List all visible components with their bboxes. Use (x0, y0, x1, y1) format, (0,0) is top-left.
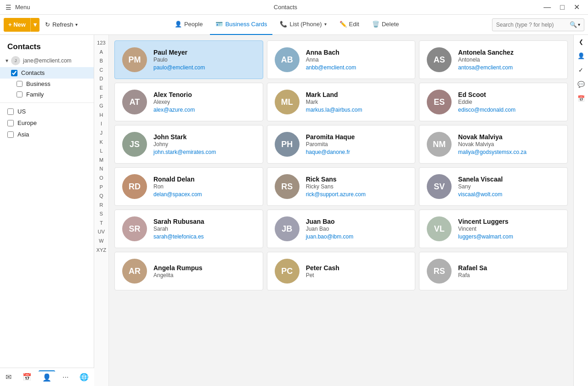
alpha-123[interactable]: 123 (97, 39, 105, 48)
contact-avatar: AB (275, 47, 300, 72)
alpha-K[interactable]: K (100, 138, 103, 147)
alpha-O[interactable]: O (99, 174, 103, 183)
nav-mail-button[interactable]: ✉ (2, 371, 15, 383)
tab-delete[interactable]: 🗑️ Delete (367, 15, 405, 35)
refresh-icon: ↻ (45, 21, 50, 28)
contact-card[interactable]: SR Sarah Rubusana Sarah sarah@telefonica… (114, 210, 263, 248)
alpha-N[interactable]: N (100, 165, 103, 174)
contact-name: Rafael Sa (458, 264, 560, 272)
sidebar-item-contacts[interactable]: Contacts (0, 67, 94, 79)
contact-card[interactable]: NM Novak Malviya Novak Malviya maliya@go… (419, 125, 568, 164)
contact-info: Ronald Delan Ron delan@spacex.com (153, 176, 255, 198)
contact-nick: Alexey (153, 99, 255, 105)
contact-name: John Stark (153, 133, 255, 141)
contact-info: Angela Rumpus Angelita (153, 264, 255, 278)
contact-name: Paul Meyer (153, 49, 255, 56)
contact-card[interactable]: ML Mark Land Mark markus.la@airbus.com (267, 83, 416, 121)
sidebar-item-family[interactable]: Family (17, 89, 94, 100)
alpha-E[interactable]: E (100, 84, 103, 93)
alpha-H[interactable]: H (100, 111, 103, 120)
business-checkbox[interactable] (17, 81, 23, 87)
alpha-T[interactable]: T (100, 219, 103, 228)
alpha-L[interactable]: L (100, 147, 102, 156)
contact-card[interactable]: AR Angela Rumpus Angelita (114, 252, 263, 290)
alpha-C[interactable]: C (100, 66, 103, 75)
alpha-index: 123ABCDEFGHIJKLMNOPQRSTUVWXYZ (94, 35, 109, 386)
sidebar-item-europe[interactable]: Europe (0, 117, 94, 129)
right-person-icon[interactable]: 👤 (577, 52, 585, 59)
menu-label: Menu (15, 4, 30, 11)
alpha-W[interactable]: W (99, 237, 103, 246)
tab-edit[interactable]: ✏️ Edit (334, 15, 365, 35)
phone-icon: 📞 (280, 21, 287, 28)
search-box[interactable]: 🔍 ▾ (492, 18, 584, 31)
alpha-Q[interactable]: Q (99, 192, 103, 201)
contact-card[interactable]: AS Antonela Sanchez Antonela antosa@emcl… (419, 40, 568, 79)
alpha-G[interactable]: G (99, 102, 103, 111)
contact-card[interactable]: JB Juan Bao Juan Bao juan.bao@ibm.com (267, 210, 416, 248)
alpha-UV[interactable]: UV (98, 227, 105, 237)
asia-checkbox[interactable] (7, 131, 14, 138)
right-chat-icon[interactable]: 💬 (577, 81, 585, 88)
contact-name: Sanela Viscaal (458, 176, 560, 183)
alpha-D[interactable]: D (100, 74, 103, 84)
contact-card[interactable]: RS Rick Sans Ricky Sans rick@support.azu… (267, 167, 416, 206)
contact-email: maliya@godsystemsx.co.za (458, 149, 560, 155)
right-check-icon[interactable]: ✓ (578, 67, 583, 74)
nav-contacts-button[interactable]: 👤 (39, 370, 55, 384)
sidebar-item-asia[interactable]: Asia (0, 129, 94, 140)
maximize-button[interactable]: □ (557, 2, 567, 12)
contact-card[interactable]: VL Vincent Luggers Vincent luggers@walma… (419, 210, 568, 248)
contacts-checkbox[interactable] (11, 70, 17, 76)
alpha-F[interactable]: F (100, 93, 103, 102)
contact-card[interactable]: RD Ronald Delan Ron delan@spacex.com (114, 167, 263, 206)
tab-people[interactable]: 👤 People (169, 15, 208, 35)
sidebar-item-business[interactable]: Business (17, 79, 94, 89)
contact-card[interactable]: ES Ed Scoot Eddie edisco@mcdonald.com (419, 83, 568, 121)
nav-calendar-button[interactable]: 📅 (19, 371, 35, 383)
us-checkbox[interactable] (7, 108, 14, 115)
business-label: Business (26, 80, 51, 87)
contact-name: Rick Sans (306, 176, 408, 183)
collapse-icon[interactable]: ❮ (579, 39, 583, 45)
contact-card[interactable]: JS John Stark Johny john.stark@emirates.… (114, 125, 263, 164)
alpha-S[interactable]: S (100, 210, 103, 219)
nav-globe-button[interactable]: 🌐 (76, 371, 92, 383)
contact-email: antosa@emclient.com (458, 64, 560, 71)
search-input[interactable] (496, 22, 570, 28)
alpha-XYZ[interactable]: XYZ (96, 246, 106, 255)
contact-card[interactable]: PH Paromita Haque Paromita haque@danone.… (267, 125, 416, 164)
right-calendar-icon[interactable]: 📅 (577, 95, 585, 102)
contact-info: Paromita Haque Paromita haque@danone.fr (306, 133, 408, 155)
tab-business-cards[interactable]: 🪪 Business Cards (210, 15, 272, 35)
contact-card[interactable]: SV Sanela Viscaal Sany viscaal@wolt.com (419, 167, 568, 206)
new-dropdown-arrow[interactable]: ▾ (30, 18, 40, 32)
europe-checkbox[interactable] (7, 120, 14, 126)
minimize-button[interactable]: — (541, 2, 554, 12)
contact-card[interactable]: AB Anna Bach Anna anbb@emclient.com (267, 40, 416, 79)
tab-list-phone[interactable]: 📞 List (Phone) ▾ (274, 15, 332, 35)
close-button[interactable]: ✕ (571, 2, 582, 12)
family-checkbox[interactable] (17, 91, 23, 97)
contact-card[interactable]: PC Peter Cash Pet (267, 252, 416, 290)
contact-nick: Johny (153, 141, 255, 148)
alpha-I[interactable]: I (101, 119, 102, 129)
contact-avatar: ES (427, 90, 452, 114)
alpha-J[interactable]: J (100, 129, 103, 138)
alpha-A[interactable]: A (100, 48, 103, 57)
alpha-M[interactable]: M (99, 156, 103, 165)
contact-name: Vincent Luggers (458, 218, 560, 225)
refresh-button[interactable]: ↻ Refresh ▾ (41, 18, 82, 32)
alpha-P[interactable]: P (100, 183, 103, 192)
new-button[interactable]: + New ▾ (4, 18, 40, 32)
contact-avatar: NM (427, 132, 452, 157)
contact-card[interactable]: PM Paul Meyer Paulo paulo@emclient.com (114, 40, 263, 79)
nav-more-button[interactable]: ··· (59, 371, 72, 383)
sidebar-account[interactable]: ▾ J jane@emclient.com (0, 54, 94, 67)
contact-card[interactable]: AT Alex Tenorio Alexey alex@azure.com (114, 83, 263, 121)
contact-card[interactable]: RS Rafael Sa Rafa (419, 252, 568, 290)
alpha-R[interactable]: R (100, 201, 103, 210)
alpha-B[interactable]: B (100, 57, 103, 66)
sidebar-item-us[interactable]: US (0, 106, 94, 117)
search-dropdown-arrow[interactable]: ▾ (578, 22, 580, 27)
